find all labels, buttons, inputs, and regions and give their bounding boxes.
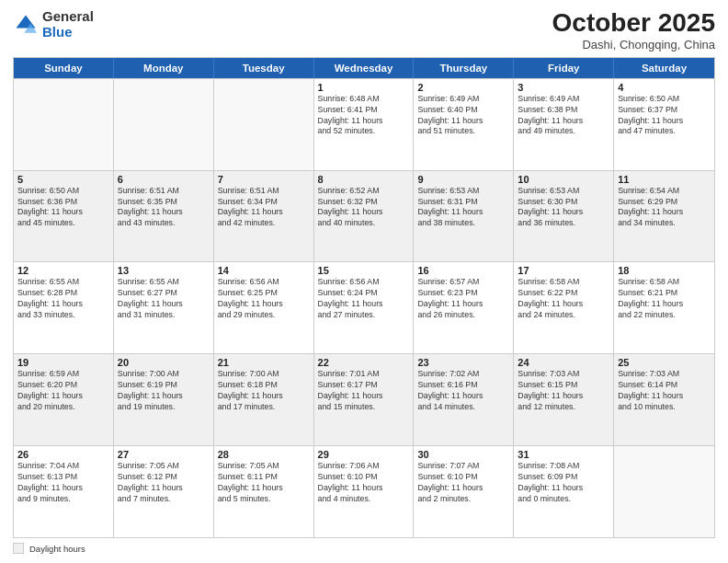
day-info: Sunrise: 7:00 AM Sunset: 6:18 PM Dayligh…: [218, 369, 310, 413]
calendar-cell: 28Sunrise: 7:05 AM Sunset: 6:11 PM Dayli…: [214, 446, 314, 537]
logo-icon: [13, 12, 39, 38]
day-info: Sunrise: 6:56 AM Sunset: 6:25 PM Dayligh…: [218, 277, 310, 321]
calendar-cell: 8Sunrise: 6:52 AM Sunset: 6:32 PM Daylig…: [314, 171, 415, 262]
calendar-week: 19Sunrise: 6:59 AM Sunset: 6:20 PM Dayli…: [14, 353, 714, 445]
calendar-cell: 30Sunrise: 7:07 AM Sunset: 6:10 PM Dayli…: [414, 446, 514, 537]
calendar-cell: 18Sunrise: 6:58 AM Sunset: 6:21 PM Dayli…: [614, 262, 714, 353]
calendar-cell: [214, 79, 314, 170]
calendar-cell: 24Sunrise: 7:03 AM Sunset: 6:15 PM Dayli…: [514, 354, 614, 445]
day-number: 27: [118, 449, 210, 460]
day-number: 5: [17, 174, 109, 185]
day-number: 7: [218, 174, 310, 185]
day-info: Sunrise: 6:57 AM Sunset: 6:23 PM Dayligh…: [417, 277, 509, 321]
day-number: 26: [17, 449, 109, 460]
calendar-body: 1Sunrise: 6:48 AM Sunset: 6:41 PM Daylig…: [14, 78, 714, 537]
day-number: 2: [417, 82, 509, 93]
day-number: 30: [417, 449, 509, 460]
weekday-header: Wednesday: [314, 58, 415, 78]
day-info: Sunrise: 6:59 AM Sunset: 6:20 PM Dayligh…: [17, 369, 109, 413]
calendar-cell: 1Sunrise: 6:48 AM Sunset: 6:41 PM Daylig…: [314, 79, 415, 170]
calendar-cell: 25Sunrise: 7:03 AM Sunset: 6:14 PM Dayli…: [614, 354, 714, 445]
day-info: Sunrise: 6:51 AM Sunset: 6:34 PM Dayligh…: [218, 186, 310, 230]
calendar-cell: 6Sunrise: 6:51 AM Sunset: 6:35 PM Daylig…: [114, 171, 214, 262]
page: General Blue October 2025 Dashi, Chongqi…: [0, 0, 728, 563]
calendar-cell: 19Sunrise: 6:59 AM Sunset: 6:20 PM Dayli…: [14, 354, 114, 445]
calendar-cell: 21Sunrise: 7:00 AM Sunset: 6:18 PM Dayli…: [214, 354, 314, 445]
calendar-cell: [114, 79, 214, 170]
calendar-cell: 12Sunrise: 6:55 AM Sunset: 6:28 PM Dayli…: [14, 262, 114, 353]
calendar-cell: 2Sunrise: 6:49 AM Sunset: 6:40 PM Daylig…: [414, 79, 514, 170]
weekday-header: Sunday: [14, 58, 114, 78]
day-info: Sunrise: 7:04 AM Sunset: 6:13 PM Dayligh…: [17, 461, 109, 505]
day-info: Sunrise: 6:50 AM Sunset: 6:36 PM Dayligh…: [17, 186, 109, 230]
calendar-cell: 4Sunrise: 6:50 AM Sunset: 6:37 PM Daylig…: [614, 79, 714, 170]
day-number: 25: [618, 357, 711, 368]
day-info: Sunrise: 6:55 AM Sunset: 6:27 PM Dayligh…: [118, 277, 210, 321]
day-number: 12: [17, 265, 109, 276]
day-info: Sunrise: 6:49 AM Sunset: 6:38 PM Dayligh…: [518, 94, 609, 138]
calendar: SundayMondayTuesdayWednesdayThursdayFrid…: [13, 57, 715, 538]
calendar-week: 12Sunrise: 6:55 AM Sunset: 6:28 PM Dayli…: [14, 261, 714, 353]
day-number: 4: [618, 82, 711, 93]
day-info: Sunrise: 7:08 AM Sunset: 6:09 PM Dayligh…: [518, 461, 609, 505]
day-number: 24: [518, 357, 609, 368]
day-info: Sunrise: 7:06 AM Sunset: 6:10 PM Dayligh…: [318, 461, 410, 505]
calendar-cell: 22Sunrise: 7:01 AM Sunset: 6:17 PM Dayli…: [314, 354, 415, 445]
day-info: Sunrise: 7:05 AM Sunset: 6:11 PM Dayligh…: [218, 461, 310, 505]
day-number: 10: [518, 174, 609, 185]
day-number: 16: [417, 265, 509, 276]
calendar-cell: [14, 79, 114, 170]
weekday-header: Saturday: [614, 58, 714, 78]
day-number: 13: [118, 265, 210, 276]
logo-blue-text: Blue: [42, 25, 94, 40]
day-number: 28: [218, 449, 310, 460]
calendar-cell: [614, 446, 714, 537]
day-info: Sunrise: 6:54 AM Sunset: 6:29 PM Dayligh…: [618, 186, 711, 230]
calendar-cell: 3Sunrise: 6:49 AM Sunset: 6:38 PM Daylig…: [514, 79, 614, 170]
weekday-header: Friday: [514, 58, 614, 78]
day-info: Sunrise: 6:55 AM Sunset: 6:28 PM Dayligh…: [17, 277, 109, 321]
day-number: 22: [318, 357, 410, 368]
day-info: Sunrise: 7:01 AM Sunset: 6:17 PM Dayligh…: [318, 369, 410, 413]
weekday-header: Thursday: [414, 58, 514, 78]
calendar-cell: 15Sunrise: 6:56 AM Sunset: 6:24 PM Dayli…: [314, 262, 415, 353]
day-number: 15: [318, 265, 410, 276]
day-info: Sunrise: 7:00 AM Sunset: 6:19 PM Dayligh…: [118, 369, 210, 413]
calendar-cell: 11Sunrise: 6:54 AM Sunset: 6:29 PM Dayli…: [614, 171, 714, 262]
day-info: Sunrise: 7:05 AM Sunset: 6:12 PM Dayligh…: [118, 461, 210, 505]
day-info: Sunrise: 7:03 AM Sunset: 6:14 PM Dayligh…: [618, 369, 711, 413]
calendar-cell: 14Sunrise: 6:56 AM Sunset: 6:25 PM Dayli…: [214, 262, 314, 353]
header: General Blue October 2025 Dashi, Chongqi…: [13, 9, 715, 52]
day-number: 14: [218, 265, 310, 276]
calendar-cell: 16Sunrise: 6:57 AM Sunset: 6:23 PM Dayli…: [414, 262, 514, 353]
calendar-week: 26Sunrise: 7:04 AM Sunset: 6:13 PM Dayli…: [14, 445, 714, 537]
month-title: October 2025: [552, 9, 715, 38]
legend-box: [13, 543, 24, 554]
legend: Daylight hours: [13, 543, 715, 554]
day-info: Sunrise: 6:56 AM Sunset: 6:24 PM Dayligh…: [318, 277, 410, 321]
calendar-cell: 20Sunrise: 7:00 AM Sunset: 6:19 PM Dayli…: [114, 354, 214, 445]
day-info: Sunrise: 7:02 AM Sunset: 6:16 PM Dayligh…: [417, 369, 509, 413]
calendar-cell: 23Sunrise: 7:02 AM Sunset: 6:16 PM Dayli…: [414, 354, 514, 445]
calendar-cell: 9Sunrise: 6:53 AM Sunset: 6:31 PM Daylig…: [414, 171, 514, 262]
calendar-cell: 17Sunrise: 6:58 AM Sunset: 6:22 PM Dayli…: [514, 262, 614, 353]
day-number: 9: [417, 174, 509, 185]
calendar-cell: 13Sunrise: 6:55 AM Sunset: 6:27 PM Dayli…: [114, 262, 214, 353]
day-info: Sunrise: 6:53 AM Sunset: 6:30 PM Dayligh…: [518, 186, 609, 230]
day-info: Sunrise: 6:52 AM Sunset: 6:32 PM Dayligh…: [318, 186, 410, 230]
logo-general-text: General: [42, 9, 94, 25]
day-number: 31: [518, 449, 609, 460]
logo: General Blue: [13, 9, 94, 40]
day-info: Sunrise: 6:48 AM Sunset: 6:41 PM Dayligh…: [318, 94, 410, 138]
day-number: 3: [518, 82, 609, 93]
day-number: 17: [518, 265, 609, 276]
day-info: Sunrise: 6:58 AM Sunset: 6:21 PM Dayligh…: [618, 277, 711, 321]
day-number: 29: [318, 449, 410, 460]
day-number: 23: [417, 357, 509, 368]
day-info: Sunrise: 6:50 AM Sunset: 6:37 PM Dayligh…: [618, 94, 711, 138]
calendar-week: 1Sunrise: 6:48 AM Sunset: 6:41 PM Daylig…: [14, 78, 714, 170]
legend-label: Daylight hours: [29, 544, 85, 554]
calendar-week: 5Sunrise: 6:50 AM Sunset: 6:36 PM Daylig…: [14, 170, 714, 262]
day-number: 18: [618, 265, 711, 276]
title-block: October 2025 Dashi, Chongqing, China: [552, 9, 715, 52]
